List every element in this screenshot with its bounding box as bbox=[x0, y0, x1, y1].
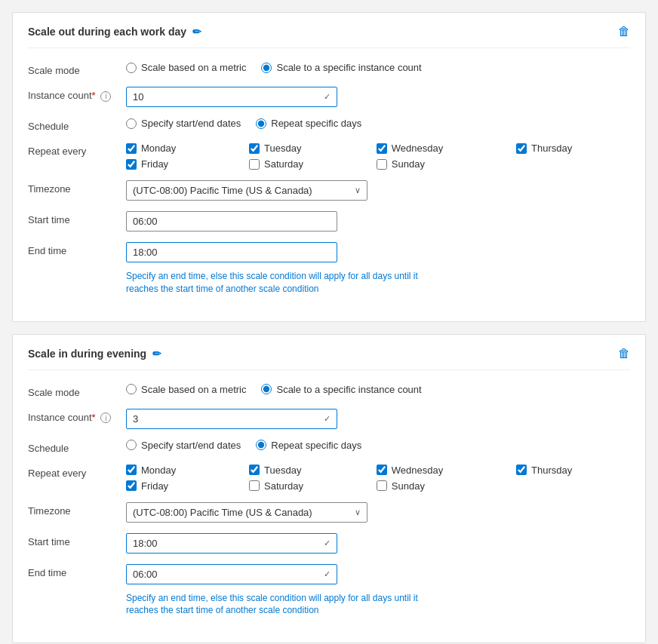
card2-scale-mode-radio-group: Scale based on a metric Scale to a speci… bbox=[126, 384, 630, 395]
card2-schedule-repeat-label: Repeat specific days bbox=[271, 440, 361, 451]
card2-radio-instance-label: Scale to a specific instance count bbox=[276, 384, 421, 395]
card1-checkbox-tuesday[interactable] bbox=[249, 143, 260, 154]
card1-day-thursday[interactable]: Thursday bbox=[516, 143, 630, 154]
card2-schedule-row: Schedule Specify start/end dates Repeat … bbox=[28, 440, 630, 454]
card2-day-monday[interactable]: Monday bbox=[126, 465, 234, 476]
card1-checkbox-friday[interactable] bbox=[126, 159, 137, 170]
card2-checkbox-monday[interactable] bbox=[126, 465, 137, 475]
card1-day-tuesday[interactable]: Tuesday bbox=[249, 143, 361, 154]
card2-day-thursday[interactable]: Thursday bbox=[516, 465, 630, 476]
card1-checkbox-thursday[interactable] bbox=[516, 143, 527, 154]
card1-checkbox-monday[interactable] bbox=[126, 143, 137, 154]
card2-start-time-select[interactable]: 18:00 ✓ bbox=[126, 533, 337, 554]
card1-days-content: Monday Tuesday Wednesday Thursday Friday bbox=[126, 143, 630, 170]
card2-instance-count-chevron: ✓ bbox=[324, 414, 331, 424]
card2-timezone-select[interactable]: (UTC-08:00) Pacific Time (US & Canada) ∨ bbox=[126, 502, 367, 523]
card2-delete-icon[interactable]: 🗑 bbox=[618, 347, 630, 360]
card-scale-in: Scale in during evening ✏ 🗑 Scale mode S… bbox=[12, 334, 646, 644]
card1-schedule-startend-input[interactable] bbox=[126, 118, 137, 129]
card1-day-wednesday[interactable]: Wednesday bbox=[377, 143, 501, 154]
card2-checkbox-friday[interactable] bbox=[126, 480, 137, 491]
card1-instance-info-icon[interactable]: i bbox=[100, 91, 111, 102]
card2-day-wednesday[interactable]: Wednesday bbox=[377, 465, 501, 476]
card2-schedule-startend-label: Specify start/end dates bbox=[141, 440, 241, 451]
card-scale-out: Scale out during each work day ✏ 🗑 Scale… bbox=[12, 12, 646, 322]
card1-instance-count-chevron: ✓ bbox=[324, 92, 331, 102]
card2-instance-count-content: 3 ✓ bbox=[126, 409, 630, 429]
card1-instance-count-row: Instance count* i 10 ✓ bbox=[28, 87, 630, 107]
card2-start-time-chevron: ✓ bbox=[324, 538, 331, 548]
card2-schedule-startend-input[interactable] bbox=[126, 440, 137, 450]
card2-end-time-select[interactable]: 06:00 ✓ bbox=[126, 564, 337, 584]
card1-radio-metric-label: Scale based on a metric bbox=[141, 62, 246, 73]
card1-day-monday[interactable]: Monday bbox=[126, 143, 234, 154]
card2-schedule-startend[interactable]: Specify start/end dates bbox=[126, 440, 241, 451]
card2-day-friday[interactable]: Friday bbox=[126, 480, 234, 492]
card1-day-friday[interactable]: Friday bbox=[126, 158, 234, 170]
card2-scale-mode-row: Scale mode Scale based on a metric Scale… bbox=[28, 384, 630, 398]
card1-instance-count-content: 10 ✓ bbox=[126, 87, 630, 107]
card1-scale-mode-row: Scale mode Scale based on a metric Scale… bbox=[28, 62, 630, 76]
card1-schedule-repeat-label: Repeat specific days bbox=[271, 118, 361, 129]
card2-start-time-value: 18:00 bbox=[133, 538, 158, 549]
card1-checkbox-saturday[interactable] bbox=[249, 159, 260, 170]
card2-days-grid: Monday Tuesday Wednesday Thursday Friday bbox=[126, 465, 630, 492]
card1-radio-metric[interactable]: Scale based on a metric bbox=[126, 62, 246, 73]
card2-checkbox-sunday[interactable] bbox=[377, 480, 387, 491]
card1-timezone-row: Timezone (UTC-08:00) Pacific Time (US & … bbox=[28, 180, 630, 201]
card2-day-sunday[interactable]: Sunday bbox=[377, 480, 501, 492]
card1-schedule-repeat-input[interactable] bbox=[256, 118, 266, 129]
card2-timezone-label: Timezone bbox=[28, 502, 126, 517]
card2-scale-mode-content: Scale based on a metric Scale to a speci… bbox=[126, 384, 630, 395]
card2-radio-metric-input[interactable] bbox=[126, 384, 137, 394]
card2-timezone-content: (UTC-08:00) Pacific Time (US & Canada) ∨ bbox=[126, 502, 630, 523]
card1-delete-icon[interactable]: 🗑 bbox=[618, 25, 630, 38]
card1-hint-text: Specify an end time, else this scale con… bbox=[126, 270, 428, 296]
card2-schedule-repeat[interactable]: Repeat specific days bbox=[256, 440, 361, 451]
card1-radio-instance[interactable]: Scale to a specific instance count bbox=[261, 62, 421, 73]
card2-schedule-repeat-input[interactable] bbox=[256, 440, 266, 450]
card1-schedule-row: Schedule Specify start/end dates Repeat … bbox=[28, 118, 630, 132]
card2-edit-icon[interactable]: ✏ bbox=[152, 348, 161, 360]
card1-edit-icon[interactable]: ✏ bbox=[192, 26, 201, 38]
card1-schedule-radio-group: Specify start/end dates Repeat specific … bbox=[126, 118, 630, 129]
card2-end-time-content: 06:00 ✓ Specify an end time, else this s… bbox=[126, 564, 630, 618]
card2-radio-instance-input[interactable] bbox=[261, 384, 272, 394]
card1-radio-metric-input[interactable] bbox=[126, 63, 137, 73]
card2-instance-count-row: Instance count* i 3 ✓ bbox=[28, 409, 630, 429]
card2-checkbox-wednesday[interactable] bbox=[377, 465, 387, 475]
card2-checkbox-saturday[interactable] bbox=[249, 480, 260, 491]
card2-instance-count-select[interactable]: 3 ✓ bbox=[126, 409, 337, 429]
card1-header: Scale out during each work day ✏ 🗑 bbox=[28, 25, 630, 48]
card2-repeat-every-label: Repeat every bbox=[28, 465, 126, 479]
card1-checkbox-sunday[interactable] bbox=[377, 159, 387, 170]
card1-instance-count-value: 10 bbox=[133, 91, 143, 103]
card1-schedule-startend[interactable]: Specify start/end dates bbox=[126, 118, 241, 129]
card2-instance-count-value: 3 bbox=[133, 413, 138, 425]
card2-day-tuesday[interactable]: Tuesday bbox=[249, 465, 361, 476]
card1-day-sunday[interactable]: Sunday bbox=[377, 158, 501, 170]
card1-radio-instance-label: Scale to a specific instance count bbox=[276, 62, 421, 73]
card2-day-saturday[interactable]: Saturday bbox=[249, 480, 361, 492]
card1-radio-instance-input[interactable] bbox=[261, 63, 272, 73]
card1-start-time-input[interactable] bbox=[126, 211, 337, 232]
card1-schedule-repeat[interactable]: Repeat specific days bbox=[256, 118, 361, 129]
card1-day-saturday[interactable]: Saturday bbox=[249, 158, 361, 170]
card1-instance-count-select[interactable]: 10 ✓ bbox=[126, 87, 337, 107]
card2-radio-metric[interactable]: Scale based on a metric bbox=[126, 384, 246, 395]
card1-timezone-select[interactable]: (UTC-08:00) Pacific Time (US & Canada) ∨ bbox=[126, 180, 367, 201]
card2-start-time-label: Start time bbox=[28, 533, 126, 547]
card2-end-time-label: End time bbox=[28, 564, 126, 578]
card1-checkbox-wednesday[interactable] bbox=[377, 143, 387, 154]
card2-checkbox-tuesday[interactable] bbox=[249, 465, 260, 475]
card2-radio-instance[interactable]: Scale to a specific instance count bbox=[261, 384, 421, 395]
card1-start-time-label: Start time bbox=[28, 211, 126, 225]
card1-start-time-content bbox=[126, 211, 630, 232]
card1-end-time-label: End time bbox=[28, 242, 126, 256]
card2-schedule-radio-group: Specify start/end dates Repeat specific … bbox=[126, 440, 630, 451]
card1-schedule-label: Schedule bbox=[28, 118, 126, 132]
card2-checkbox-thursday[interactable] bbox=[516, 465, 527, 475]
card2-instance-info-icon[interactable]: i bbox=[100, 412, 111, 423]
card2-end-time-value: 06:00 bbox=[133, 569, 158, 580]
card1-end-time-input[interactable] bbox=[126, 242, 337, 262]
